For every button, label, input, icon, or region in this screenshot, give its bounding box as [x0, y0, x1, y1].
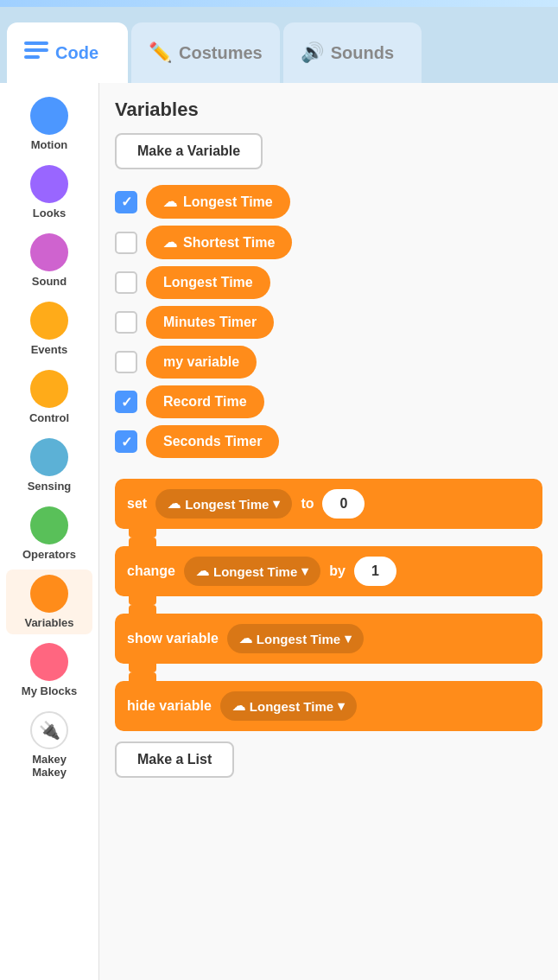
- sidebar-item-events[interactable]: Events: [6, 296, 92, 361]
- events-circle: [30, 302, 68, 340]
- makey-circle: 🔌: [30, 711, 68, 749]
- hide-dropdown-arrow: ▾: [338, 698, 345, 714]
- show-cloud-icon: ☁: [239, 631, 252, 646]
- sidebar-item-sensing[interactable]: Sensing: [6, 433, 92, 498]
- sidebar-label-variables: Variables: [24, 616, 73, 629]
- variable-list: ☁ Longest Time ☁ Shortest Time Longest T…: [115, 185, 542, 458]
- var-checkbox-minutes-timer[interactable]: [115, 311, 137, 334]
- makey-icon: 🔌: [39, 720, 60, 741]
- operators-circle: [30, 506, 68, 544]
- set-keyword: set: [127, 496, 147, 512]
- var-badge-my-variable[interactable]: my variable: [146, 346, 257, 379]
- top-tabs: Code ✏️ Costumes 🔊 Sounds: [0, 7, 558, 83]
- change-keyword: change: [127, 563, 175, 579]
- hide-var-label: Longest Time: [250, 699, 333, 714]
- var-label-shortest-time: Shortest Time: [183, 235, 275, 251]
- change-value-pill[interactable]: 1: [354, 557, 396, 586]
- var-checkbox-record-time[interactable]: [115, 391, 137, 413]
- cloud-icon-longest: ☁: [163, 194, 177, 210]
- make-variable-button[interactable]: Make a Variable: [115, 133, 263, 169]
- tab-sounds-label: Sounds: [331, 43, 394, 63]
- tab-costumes[interactable]: ✏️ Costumes: [131, 22, 280, 83]
- section-title: Variables: [115, 99, 542, 121]
- tab-costumes-label: Costumes: [179, 43, 263, 63]
- sidebar-label-events: Events: [31, 343, 68, 356]
- var-label-my-variable: my variable: [163, 354, 239, 370]
- tab-code-label: Code: [55, 43, 98, 63]
- control-circle: [30, 370, 68, 408]
- set-value-pill[interactable]: 0: [322, 489, 365, 519]
- change-cloud-icon: ☁: [196, 563, 209, 579]
- sidebar-label-motion: Motion: [31, 138, 68, 151]
- main-layout: Motion Looks Sound Events Control Sensin…: [0, 83, 558, 980]
- sidebar-label-makey: MakeyMakey: [32, 753, 67, 779]
- tab-sounds[interactable]: 🔊 Sounds: [283, 22, 422, 83]
- sidebar-item-operators[interactable]: Operators: [6, 501, 92, 566]
- sidebar-item-makey[interactable]: 🔌 MakeyMakey: [6, 706, 92, 784]
- variables-circle: [30, 575, 68, 613]
- sounds-tab-icon: 🔊: [301, 41, 324, 64]
- var-checkbox-longest-time[interactable]: [115, 271, 137, 294]
- sidebar-label-sensing: Sensing: [28, 480, 72, 493]
- set-dropdown-arrow: ▾: [273, 496, 280, 512]
- var-checkbox-my-variable[interactable]: [115, 351, 137, 373]
- set-var-pill[interactable]: ☁ Longest Time ▾: [155, 489, 292, 519]
- hide-var-pill[interactable]: ☁ Longest Time ▾: [220, 691, 357, 721]
- change-dropdown-arrow: ▾: [301, 563, 308, 579]
- top-gradient-bar: [0, 0, 558, 7]
- var-row-longest-time: Longest Time: [115, 266, 542, 299]
- var-badge-minutes-timer[interactable]: Minutes Timer: [146, 306, 274, 339]
- make-list-button[interactable]: Make a List: [115, 741, 234, 778]
- hide-cloud-icon: ☁: [232, 698, 245, 714]
- sound-circle: [30, 233, 68, 271]
- set-block[interactable]: set ☁ Longest Time ▾ to 0: [115, 479, 542, 529]
- var-badge-seconds-timer[interactable]: Seconds Timer: [146, 425, 279, 458]
- var-label-longest-time: Longest Time: [163, 275, 253, 290]
- blocks-area: set ☁ Longest Time ▾ to 0 change ☁ Longe…: [115, 479, 542, 731]
- var-label-seconds-timer: Seconds Timer: [163, 434, 262, 449]
- sidebar-item-myblocks[interactable]: My Blocks: [6, 638, 92, 703]
- change-by-keyword: by: [329, 563, 346, 579]
- var-badge-longest-time[interactable]: Longest Time: [146, 266, 270, 299]
- motion-circle: [30, 97, 68, 135]
- var-badge-record-time[interactable]: Record Time: [146, 385, 264, 418]
- sensing-circle: [30, 438, 68, 476]
- svg-rect-0: [24, 41, 48, 45]
- sidebar-item-sound[interactable]: Sound: [6, 228, 92, 293]
- show-variable-block[interactable]: show variable ☁ Longest Time ▾: [115, 614, 542, 664]
- costumes-tab-icon: ✏️: [149, 41, 172, 64]
- tab-code[interactable]: Code: [7, 22, 128, 83]
- content-area: Variables Make a Variable ☁ Longest Time…: [99, 83, 558, 980]
- sidebar-item-looks[interactable]: Looks: [6, 160, 92, 225]
- svg-rect-1: [24, 48, 48, 52]
- var-badge-longest-time-checked[interactable]: ☁ Longest Time: [146, 185, 290, 219]
- var-badge-shortest-time[interactable]: ☁ Shortest Time: [146, 226, 292, 259]
- code-tab-icon: [24, 41, 48, 64]
- var-row-shortest-time: ☁ Shortest Time: [115, 226, 542, 259]
- set-var-label: Longest Time: [185, 497, 269, 512]
- var-checkbox-shortest-time[interactable]: [115, 232, 137, 254]
- sidebar-label-sound: Sound: [32, 275, 67, 288]
- change-var-label: Longest Time: [213, 564, 297, 579]
- var-row-longest-time-checked: ☁ Longest Time: [115, 185, 542, 219]
- change-block[interactable]: change ☁ Longest Time ▾ by 1: [115, 546, 542, 596]
- sidebar-label-myblocks: My Blocks: [22, 684, 77, 697]
- show-var-pill[interactable]: ☁ Longest Time ▾: [227, 624, 364, 653]
- sidebar-item-control[interactable]: Control: [6, 365, 92, 430]
- hide-keyword: hide variable: [127, 698, 212, 714]
- hide-variable-block[interactable]: hide variable ☁ Longest Time ▾: [115, 681, 542, 731]
- sidebar: Motion Looks Sound Events Control Sensin…: [0, 83, 99, 980]
- sidebar-item-variables[interactable]: Variables: [6, 570, 92, 634]
- change-var-pill[interactable]: ☁ Longest Time ▾: [184, 557, 320, 586]
- show-keyword: show variable: [127, 631, 219, 646]
- sidebar-label-control: Control: [29, 411, 69, 424]
- var-label-record-time: Record Time: [163, 394, 247, 410]
- var-checkbox-seconds-timer[interactable]: [115, 430, 137, 453]
- var-row-seconds-timer: Seconds Timer: [115, 425, 542, 458]
- sidebar-item-motion[interactable]: Motion: [6, 92, 92, 156]
- sidebar-label-looks: Looks: [33, 207, 66, 220]
- set-cloud-icon: ☁: [168, 496, 181, 512]
- set-to-keyword: to: [301, 496, 314, 512]
- var-checkbox-longest-time-checked[interactable]: [115, 191, 137, 213]
- var-label-minutes-timer: Minutes Timer: [163, 315, 257, 330]
